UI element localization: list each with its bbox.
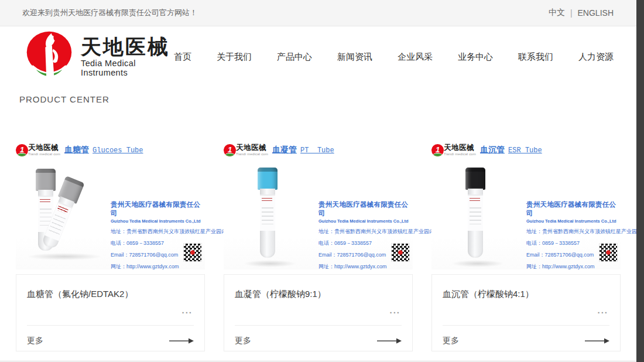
- product-photo-pt-tube: [224, 164, 317, 269]
- tube-label: [468, 194, 483, 231]
- topbar: 欢迎来到贵州天地医疗器械有限责任公司官方网站！ 中文 | ENGLISH: [0, 0, 644, 26]
- test-tube: [465, 168, 485, 190]
- company-address: 地址：贵州省黔西南州兴义市顶效镇红星产业园内: [318, 228, 412, 235]
- tedia-mini-logo-icon: 1: [16, 144, 28, 156]
- mini-logo-subtitle: Tiandi medical com: [28, 152, 60, 156]
- product-showcase: 贵州天地医疗器械有限责任公司 Guizhou Tedia Medical Ins…: [224, 164, 413, 269]
- divider: [235, 325, 402, 326]
- tube-shadow: [244, 260, 296, 267]
- long-right-arrow-icon[interactable]: [169, 337, 194, 344]
- product-photo-esr-tube: [431, 164, 525, 269]
- product-card-title: 血沉管（柠檬酸钠4:1）: [443, 275, 609, 300]
- site-header: 天地医械 Tedia Medical Instruments 首页 关于我们 产…: [0, 26, 644, 87]
- product-card-title: 血糖管（氟化钠/EDTAK2）: [27, 275, 194, 300]
- mini-logo-subtitle: Tiandi medical com: [236, 152, 268, 156]
- product-link-glucose-tube[interactable]: 血糖管Glucoes Tube: [64, 145, 143, 155]
- company-logo[interactable]: 天地医械 Tedia Medical Instruments: [23, 30, 174, 84]
- mini-logo-subtitle: Tiandi medical com: [444, 152, 476, 156]
- qr-code-icon: [184, 244, 201, 261]
- product-card-esr[interactable]: 血沉管（柠檬酸钠4:1） ... 更多: [431, 274, 621, 351]
- product-header: 1 天地医械 Tiandi medical com 血糖管Glucoes Tub…: [16, 142, 205, 158]
- divider: [27, 325, 194, 326]
- nav-item-business[interactable]: 业务中心: [458, 52, 493, 63]
- product-column-glucose: 1 天地医械 Tiandi medical com 血糖管Glucoes Tub…: [16, 142, 205, 351]
- company-website: 网址：http://www.gztdyx.com: [111, 263, 204, 271]
- divider: [443, 325, 609, 326]
- mini-logo: 1 天地医械 Tiandi medical com: [431, 144, 476, 156]
- company-name-en: Guizhou Tedia Medical Instruments Co.,Lt…: [526, 218, 619, 224]
- product-showcase: 贵州天地医疗器械有限责任公司 Guizhou Tedia Medical Ins…: [16, 164, 205, 269]
- lang-english-link[interactable]: ENGLISH: [578, 8, 614, 18]
- product-photo-glucose-tubes: [16, 164, 109, 269]
- main-nav: 首页 关于我们 产品中心 新闻资讯 企业风采 业务中心 联系我们 人力资源: [174, 52, 614, 63]
- product-card-glucose[interactable]: 血糖管（氟化钠/EDTAK2） ... 更多: [16, 274, 205, 351]
- ellipsis-icon: ...: [389, 305, 400, 315]
- product-card-pt[interactable]: 血凝管（柠檬酸钠9:1） ... 更多: [224, 274, 413, 351]
- tedia-mini-logo-icon: 1: [224, 144, 236, 156]
- nav-item-home[interactable]: 首页: [174, 52, 191, 63]
- language-switch: 中文 | ENGLISH: [549, 8, 614, 18]
- product-column-pt: 1 天地医械 Tiandi medical com 血凝管PT Tube: [224, 142, 413, 351]
- nav-item-culture[interactable]: 企业风采: [398, 52, 433, 63]
- lang-separator: |: [570, 8, 573, 18]
- tube-cap: [465, 168, 485, 190]
- company-address: 地址：贵州省黔西南州兴义市顶效镇红星产业园内: [526, 228, 619, 235]
- product-link-esr-tube[interactable]: 血沉管ESR Tube: [480, 145, 542, 155]
- tube-label: [260, 194, 275, 231]
- product-header: 1 天地医械 Tiandi medical com 血凝管PT Tube: [224, 142, 413, 158]
- product-column-esr: 1 天地医械 Tiandi medical com 血沉管ESR Tube: [431, 142, 621, 351]
- welcome-text: 欢迎来到贵州天地医疗器械有限责任公司官方网站！: [22, 8, 197, 18]
- tube-cap: [36, 169, 56, 191]
- page-bottom-divider: [0, 361, 644, 361]
- product-columns: 1 天地医械 Tiandi medical com 血糖管Glucoes Tub…: [0, 142, 636, 351]
- long-right-arrow-icon[interactable]: [377, 337, 402, 344]
- nav-item-products[interactable]: 产品中心: [277, 52, 312, 63]
- company-name-zh: 贵州天地医疗器械有限责任公司: [526, 200, 619, 218]
- mini-logo: 1 天地医械 Tiandi medical com: [224, 144, 268, 156]
- nav-item-hr[interactable]: 人力资源: [578, 52, 614, 63]
- product-header: 1 天地医械 Tiandi medical com 血沉管ESR Tube: [431, 142, 621, 158]
- nav-item-news[interactable]: 新闻资讯: [337, 52, 372, 63]
- company-website: 网址：http://www.gztdyx.com: [526, 263, 619, 271]
- test-tube: [258, 168, 278, 190]
- section-title: PRODUCT CENTER: [19, 94, 644, 104]
- tube-cap: [258, 168, 278, 190]
- company-address: 地址：贵州省黔西南州兴义市顶效镇红星产业园内: [111, 228, 204, 235]
- product-link-pt-tube[interactable]: 血凝管PT Tube: [272, 145, 334, 155]
- test-tube: [36, 169, 56, 191]
- company-name-zh: 贵州天地医疗器械有限责任公司: [111, 200, 204, 218]
- logo-title: 天地医械: [81, 36, 174, 58]
- ellipsis-icon: ...: [597, 305, 608, 315]
- qr-code-icon: [600, 244, 617, 261]
- product-showcase: 贵州天地医疗器械有限责任公司 Guizhou Tedia Medical Ins…: [431, 164, 621, 269]
- company-name-en: Guizhou Tedia Medical Instruments Co.,Lt…: [318, 218, 412, 224]
- right-edge-strip: [636, 0, 644, 362]
- lang-chinese-link[interactable]: 中文: [549, 8, 565, 18]
- page: 欢迎来到贵州天地医疗器械有限责任公司官方网站！ 中文 | ENGLISH 天地医…: [0, 0, 644, 362]
- ellipsis-icon: ...: [181, 305, 193, 315]
- mini-logo-title: 天地医械: [28, 144, 60, 152]
- product-card-title: 血凝管（柠檬酸钠9:1）: [235, 275, 402, 300]
- mini-logo-title: 天地医械: [236, 144, 268, 152]
- qr-code-icon: [392, 244, 409, 261]
- tedia-mini-logo-icon: 1: [431, 144, 444, 156]
- nav-item-contact[interactable]: 联系我们: [518, 52, 553, 63]
- more-link[interactable]: 更多: [27, 336, 43, 346]
- nav-item-about[interactable]: 关于我们: [217, 52, 252, 63]
- test-tube: [58, 176, 85, 204]
- more-link[interactable]: 更多: [443, 336, 459, 346]
- mini-logo-title: 天地医械: [444, 144, 476, 152]
- mini-logo: 1 天地医械 Tiandi medical com: [16, 144, 60, 156]
- company-website: 网址：http://www.gztdyx.com: [318, 263, 412, 271]
- tedia-flame-logo-icon: [23, 30, 75, 84]
- logo-text: 天地医械 Tedia Medical Instruments: [81, 36, 174, 78]
- company-name-en: Guizhou Tedia Medical Instruments Co.,Lt…: [111, 218, 204, 224]
- more-link[interactable]: 更多: [235, 336, 251, 346]
- company-name-zh: 贵州天地医疗器械有限责任公司: [318, 200, 412, 218]
- logo-subtitle: Tedia Medical Instruments: [81, 59, 174, 77]
- tube-shadow: [451, 260, 504, 267]
- tube-shadow: [26, 253, 102, 260]
- long-right-arrow-icon[interactable]: [585, 337, 609, 344]
